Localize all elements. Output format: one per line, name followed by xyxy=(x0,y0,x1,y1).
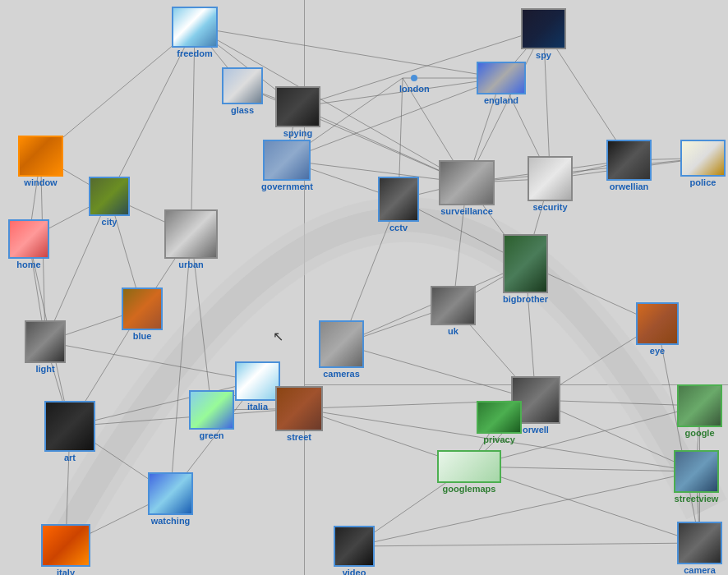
node-government[interactable]: government xyxy=(261,140,313,191)
node-image-bigbrother xyxy=(503,234,548,293)
node-urban[interactable]: urban xyxy=(164,209,218,269)
node-blue[interactable]: blue xyxy=(122,288,163,341)
node-label-glass: glass xyxy=(231,105,254,115)
node-police[interactable]: police xyxy=(680,140,726,187)
node-spying[interactable]: spying xyxy=(275,86,320,138)
node-label-googlemaps: googlemaps xyxy=(443,484,496,494)
node-image-light xyxy=(25,320,66,363)
node-image-watching xyxy=(148,472,193,515)
london-dot xyxy=(411,75,417,81)
node-image-cameras xyxy=(319,320,364,368)
node-camera[interactable]: camera xyxy=(677,522,722,575)
node-label-police: police xyxy=(690,177,716,187)
node-italia[interactable]: italia xyxy=(235,361,280,412)
node-label-cctv: cctv xyxy=(389,223,408,232)
node-label-spy: spy xyxy=(536,50,551,60)
svg-line-80 xyxy=(469,467,700,543)
node-image-glass xyxy=(222,67,263,104)
node-london[interactable]: london xyxy=(399,75,430,94)
node-image-government xyxy=(263,140,311,181)
svg-line-47 xyxy=(171,234,191,494)
node-green[interactable]: green xyxy=(189,390,234,440)
node-glass[interactable]: glass xyxy=(222,67,263,115)
svg-line-30 xyxy=(467,159,703,183)
node-label-green: green xyxy=(200,430,224,440)
node-google[interactable]: google xyxy=(677,384,722,438)
node-orwellian[interactable]: orwellian xyxy=(606,140,652,191)
node-freedom[interactable]: freedom xyxy=(172,7,218,58)
node-image-camera xyxy=(677,522,722,564)
node-label-london: london xyxy=(399,84,430,94)
canvas-area: freedomglassspyinggovernmentspyengland l… xyxy=(0,0,728,575)
node-image-googlemaps xyxy=(437,450,501,483)
node-art[interactable]: art xyxy=(44,401,95,462)
svg-line-53 xyxy=(45,342,258,381)
node-image-art xyxy=(44,401,95,452)
network-connections xyxy=(0,0,728,575)
cursor: ↖ xyxy=(273,329,283,344)
node-italy[interactable]: italy xyxy=(41,524,90,575)
node-image-italia xyxy=(235,361,280,401)
node-eye[interactable]: eye xyxy=(636,302,679,356)
node-home[interactable]: home xyxy=(8,219,49,269)
node-label-orwellian: orwellian xyxy=(610,182,649,191)
node-image-streetview xyxy=(674,450,719,493)
svg-line-71 xyxy=(342,344,537,400)
node-label-spying: spying xyxy=(283,128,312,138)
node-label-city: city xyxy=(102,217,117,227)
node-image-street xyxy=(275,386,323,431)
svg-line-86 xyxy=(354,543,700,546)
node-image-uk xyxy=(431,286,476,325)
node-cctv[interactable]: cctv xyxy=(378,177,419,232)
node-label-italia: italia xyxy=(247,402,268,412)
node-label-blue: blue xyxy=(133,331,152,341)
node-label-camera: camera xyxy=(684,565,716,575)
node-window[interactable]: window xyxy=(18,136,63,187)
node-image-privacy xyxy=(477,401,522,434)
node-image-spy xyxy=(521,8,566,49)
node-label-freedom: freedom xyxy=(177,48,212,58)
node-security[interactable]: security xyxy=(528,156,573,212)
node-label-england: england xyxy=(484,95,518,105)
node-label-orwell: orwell xyxy=(523,425,549,435)
node-label-light: light xyxy=(35,364,54,374)
node-bigbrother[interactable]: bigbrother xyxy=(503,234,548,304)
node-label-privacy: privacy xyxy=(483,435,515,444)
node-label-italy: italy xyxy=(57,568,75,575)
node-label-streetview: streetview xyxy=(675,494,719,504)
node-street[interactable]: street xyxy=(275,386,323,442)
background-arc xyxy=(0,0,728,575)
node-spy[interactable]: spy xyxy=(521,8,566,60)
node-image-police xyxy=(680,140,726,177)
node-surveillance[interactable]: surveillance xyxy=(439,160,495,216)
node-image-video xyxy=(334,526,375,567)
node-image-urban xyxy=(164,209,218,259)
node-england[interactable]: england xyxy=(477,62,526,105)
node-googlemaps[interactable]: googlemaps xyxy=(437,450,501,494)
node-label-government: government xyxy=(261,182,313,191)
node-image-freedom xyxy=(172,7,218,48)
node-image-window xyxy=(18,136,63,177)
node-image-home xyxy=(8,219,49,259)
node-city[interactable]: city xyxy=(89,177,130,227)
node-image-cctv xyxy=(378,177,419,222)
node-label-bigbrother: bigbrother xyxy=(503,294,548,304)
node-image-surveillance xyxy=(439,160,495,205)
node-image-city xyxy=(89,177,130,216)
node-video[interactable]: video xyxy=(334,526,375,575)
node-label-google: google xyxy=(684,428,714,438)
node-label-watching: watching xyxy=(151,516,191,526)
node-uk[interactable]: uk xyxy=(431,286,476,336)
node-image-security xyxy=(528,156,573,201)
svg-line-79 xyxy=(469,467,697,472)
node-streetview[interactable]: streetview xyxy=(674,450,719,504)
node-privacy[interactable]: privacy xyxy=(477,401,522,444)
node-light[interactable]: light xyxy=(25,320,66,374)
node-label-eye: eye xyxy=(650,346,665,356)
node-watching[interactable]: watching xyxy=(148,472,193,526)
node-image-spying xyxy=(275,86,320,127)
node-label-cameras: cameras xyxy=(323,369,360,379)
node-cameras[interactable]: cameras xyxy=(319,320,364,379)
node-label-home: home xyxy=(16,260,40,269)
node-label-street: street xyxy=(287,432,311,442)
